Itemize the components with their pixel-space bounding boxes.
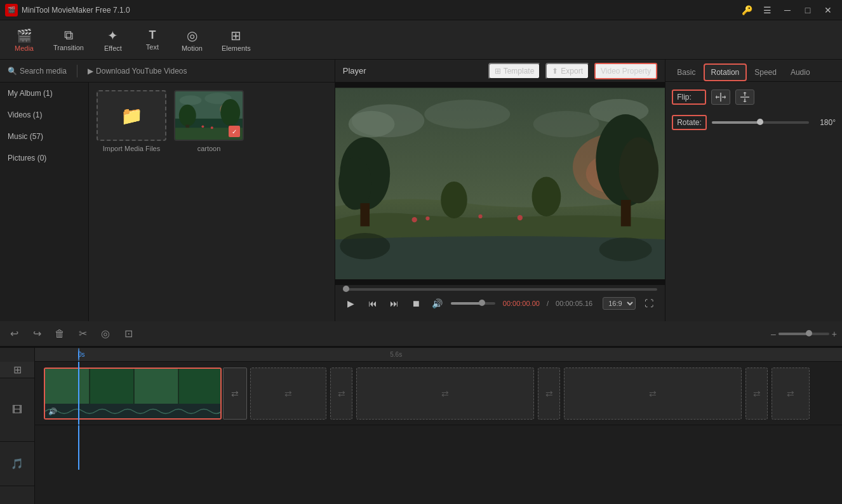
fullscreen-button[interactable]: ⛶: [641, 295, 657, 312]
transition-slot-3[interactable]: ⇄: [330, 368, 352, 420]
sidebar-item-my-album[interactable]: My Album (1): [0, 83, 88, 104]
delete-button[interactable]: 🗑: [51, 325, 69, 343]
svg-rect-47: [90, 369, 134, 404]
effect-label: Effect: [104, 44, 122, 52]
zoom-slider[interactable]: [779, 333, 829, 335]
next-frame-button[interactable]: ⏭: [386, 295, 403, 312]
menu-button[interactable]: ☰: [758, 3, 776, 17]
zoom-fill: [779, 333, 809, 335]
toolbar-elements[interactable]: ⊞ Elements: [213, 24, 260, 56]
property-tabs: Basic Rotation Speed Audio: [665, 60, 842, 82]
transition-label: Transition: [53, 44, 84, 51]
timeline-mid-label: 5.6s: [390, 351, 402, 358]
aspect-ratio-select[interactable]: 16:9 4:3 1:1 9:16: [603, 297, 636, 310]
tab-audio[interactable]: Audio: [784, 63, 817, 81]
volume-slider[interactable]: [451, 302, 495, 305]
import-media-box[interactable]: 📁: [97, 90, 166, 141]
transition-slot-2[interactable]: ⇄: [250, 368, 326, 420]
elements-icon: ⊞: [231, 28, 241, 43]
template-button[interactable]: ⊞ Template: [488, 63, 541, 79]
sidebar-item-music[interactable]: Music (57): [0, 126, 88, 147]
flip-vertical-button[interactable]: [735, 90, 754, 105]
transition-arrow-6: ⇄: [649, 388, 657, 399]
player-area: Player ⊞ Template ⬆ Export Video Propert…: [335, 60, 665, 321]
sidebar-item-videos[interactable]: Videos (1): [0, 104, 88, 126]
svg-point-28: [531, 177, 561, 216]
main-area: 🔍 Search media ▶ Download YouTube Videos…: [0, 60, 842, 321]
volume-button[interactable]: 🔊: [429, 295, 446, 312]
zoom-controls: – +: [771, 329, 837, 339]
settings-button[interactable]: 🔑: [738, 3, 756, 17]
transition-slot-7[interactable]: ⇄: [745, 368, 768, 420]
app-title: MiniTool MovieMaker Free 7.1.0: [22, 6, 738, 15]
zoom-in-icon[interactable]: +: [832, 329, 837, 339]
folder-icon: 📁: [121, 105, 143, 126]
progress-thumb[interactable]: [343, 286, 349, 292]
time-ruler: 0s 5.6s: [35, 348, 842, 362]
import-media-item[interactable]: 📁 Import Media Files: [97, 90, 166, 152]
play-button[interactable]: ▶: [343, 295, 359, 312]
transition-icon: ⧉: [64, 28, 73, 43]
toolbar-effect[interactable]: ✦ Effect: [94, 24, 132, 56]
separator: [77, 65, 77, 77]
progress-bar[interactable]: [343, 288, 657, 291]
download-youtube-button[interactable]: ▶ Download YouTube Videos: [83, 64, 192, 78]
volume-thumb[interactable]: [479, 300, 485, 306]
svg-point-30: [425, 216, 429, 220]
media-icon: 🎬: [17, 28, 32, 43]
toolbar-text[interactable]: T Text: [133, 25, 171, 55]
close-button[interactable]: ✕: [819, 3, 837, 17]
redo-button[interactable]: ↪: [28, 325, 46, 343]
motion-icon: ◎: [187, 28, 197, 43]
timeline-content: ⊞ 🎞 🎵 0s 5.6s: [0, 348, 842, 504]
sidebar-item-pictures[interactable]: Pictures (0): [0, 147, 88, 169]
media-label: Media: [15, 44, 34, 52]
zoom-out-icon[interactable]: –: [771, 329, 776, 339]
toolbar-motion[interactable]: ◎ Motion: [173, 24, 211, 56]
maximize-button[interactable]: □: [799, 3, 817, 17]
audio-track-label: 🎵: [0, 442, 34, 486]
search-media-button[interactable]: 🔍 Search media: [3, 64, 72, 78]
flip-horizontal-icon: [715, 91, 726, 103]
svg-point-33: [340, 233, 390, 260]
rotate-value: 180°: [813, 118, 836, 127]
crop-button[interactable]: ⊡: [119, 325, 137, 343]
audio-detach-button[interactable]: ◎: [97, 325, 114, 343]
tab-basic[interactable]: Basic: [671, 63, 702, 81]
flip-horizontal-button[interactable]: [711, 90, 730, 105]
cartoon-media-box[interactable]: ✓: [174, 90, 244, 141]
tab-rotation[interactable]: Rotation: [704, 63, 747, 81]
flip-row: Flip:: [672, 90, 836, 105]
rotate-thumb[interactable]: [757, 119, 763, 125]
toolbar-transition[interactable]: ⧉ Transition: [44, 24, 93, 55]
stop-button[interactable]: ⏹: [408, 295, 424, 312]
export-button[interactable]: ⬆ Export: [545, 63, 589, 79]
current-time: 00:00:00.00: [503, 300, 540, 307]
transition-slot-5[interactable]: ⇄: [538, 368, 560, 420]
prev-frame-button[interactable]: ⏮: [364, 295, 381, 312]
transition-slot-4[interactable]: ⇄: [356, 368, 534, 420]
effect-icon: ✦: [107, 28, 118, 43]
media-grid: 📁 Import Media Files: [89, 83, 335, 321]
tab-speed[interactable]: Speed: [748, 63, 783, 81]
minimize-button[interactable]: ─: [779, 3, 796, 17]
cartoon-media-item[interactable]: ✓ cartoon: [174, 90, 244, 152]
toolbar-media[interactable]: 🎬 Media: [5, 24, 43, 56]
search-icon: 🔍: [8, 67, 17, 76]
transition-slot-6[interactable]: ⇄: [564, 368, 742, 420]
transition-slot-1[interactable]: ⇄: [223, 368, 247, 420]
add-track-button[interactable]: ⊞: [0, 362, 34, 378]
video-clip[interactable]: 🔊: [44, 368, 222, 420]
undo-button[interactable]: ↩: [5, 325, 23, 343]
sidebar-content: My Album (1) Videos (1) Music (57) Pictu…: [0, 83, 335, 321]
svg-point-15: [349, 111, 395, 138]
rotate-slider[interactable]: [712, 121, 809, 124]
media-selected-indicator: ✓: [229, 126, 240, 137]
cut-button[interactable]: ✂: [74, 325, 91, 343]
window-controls: 🔑 ☰ ─ □ ✕: [738, 3, 837, 17]
transition-slot-8[interactable]: ⇄: [772, 368, 810, 420]
search-media-label: Search media: [20, 67, 67, 76]
video-property-button[interactable]: Video Property: [594, 63, 657, 79]
zoom-thumb[interactable]: [806, 330, 812, 336]
time-separator: /: [545, 300, 551, 307]
